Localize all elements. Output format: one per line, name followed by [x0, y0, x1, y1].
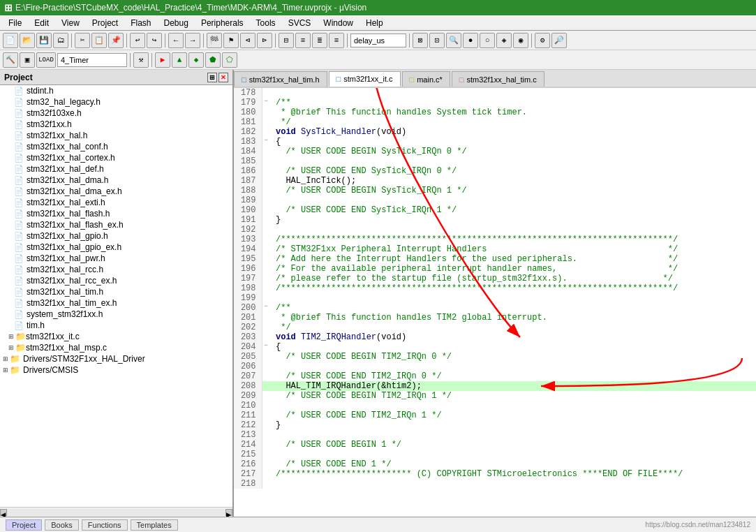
open-btn[interactable]: 📂 [20, 33, 35, 48]
tree-item-18[interactable]: 📄stm32f1xx_hal_tim.h [0, 286, 232, 297]
indent3-btn[interactable]: ≣ [312, 33, 327, 48]
line-number-180: 180 [234, 108, 262, 117]
status-tab-1[interactable]: Books [45, 519, 79, 531]
warn-btn[interactable]: ◉ [513, 33, 528, 48]
paste-btn[interactable]: 📌 [108, 33, 124, 48]
tree-item-2[interactable]: 📄stm32f103xe.h [0, 108, 232, 119]
line-fold-204[interactable]: − [262, 342, 270, 352]
menu-item-flash[interactable]: Flash [125, 17, 156, 29]
tab-1[interactable]: □stm32f1xx_it.c [329, 71, 401, 87]
line-fold-191 [262, 215, 270, 225]
nav-fwd-btn[interactable]: → [185, 33, 200, 48]
menu-item-debug[interactable]: Debug [158, 17, 194, 29]
bookmark3-btn[interactable]: ⊲ [240, 33, 255, 48]
build-btn[interactable]: 🔨 [3, 52, 18, 68]
line-fold-183[interactable]: − [262, 137, 270, 147]
tree-item-24[interactable]: ⊞📁Drivers/STM32F1xx_HAL_Driver [0, 353, 232, 364]
project-dropdown[interactable]: 4_Timer [57, 53, 127, 67]
tree-item-0[interactable]: 📄stdint.h [0, 85, 232, 96]
line-fold-179[interactable]: − [262, 98, 270, 108]
undo-btn[interactable]: ↩ [130, 33, 145, 48]
stop-btn[interactable]: ○ [480, 33, 495, 48]
new-btn[interactable]: 📄 [3, 33, 18, 48]
menu-item-view[interactable]: View [56, 17, 85, 29]
tab-0[interactable]: □stm32f1xx_hal_tim.h [234, 71, 327, 87]
debug-btn2[interactable]: ▲ [172, 52, 187, 68]
menu-item-svcs[interactable]: SVCS [283, 17, 317, 29]
status-tab-0[interactable]: Project [6, 519, 42, 531]
tab-2[interactable]: □main.c* [402, 71, 450, 87]
line-fold-200[interactable]: − [262, 303, 270, 313]
file-icon-19: 📄 [14, 299, 24, 308]
redo-btn[interactable]: ↪ [147, 33, 162, 48]
nav-back-btn[interactable]: ← [168, 33, 184, 48]
line-fold-206 [262, 362, 270, 371]
find-btn[interactable]: 🔍 [446, 33, 461, 48]
build2-btn[interactable]: ▣ [20, 52, 35, 68]
load-btn[interactable]: LOAD [36, 52, 56, 68]
tree-item-6[interactable]: 📄stm32f1xx_hal_cortex.h [0, 152, 232, 163]
tree-item-13[interactable]: 📄stm32f1xx_hal_gpio.h [0, 230, 232, 242]
tree-item-19[interactable]: 📄stm32f1xx_hal_tim_ex.h [0, 297, 232, 309]
indent4-btn[interactable]: ≡ [329, 33, 344, 48]
tree-item-9[interactable]: 📄stm32f1xx_hal_dma_ex.h [0, 186, 232, 197]
menu-item-file[interactable]: File [3, 17, 27, 29]
menu-item-peripherals[interactable]: Peripherals [195, 17, 249, 29]
sidebar-pin-btn[interactable]: ⊞ [207, 73, 217, 82]
save-all-btn[interactable]: 🗂 [53, 33, 68, 48]
status-tab-2[interactable]: Functions [82, 519, 128, 531]
tree-item-1[interactable]: 📄stm32_hal_legacy.h [0, 96, 232, 108]
error-btn[interactable]: ◈ [496, 33, 512, 48]
tree-item-15[interactable]: 📄stm32f1xx_hal_pwr.h [0, 253, 232, 264]
tab-3[interactable]: □stm32f1xx_hal_tim.c [452, 71, 544, 87]
debug-btn5[interactable]: ⬠ [222, 52, 237, 68]
sidebar-close-btn[interactable]: ✕ [218, 73, 228, 82]
tree-item-12[interactable]: 📄stm32f1xx_hal_flash_ex.h [0, 219, 232, 230]
indent2-btn[interactable]: ≡ [295, 33, 311, 48]
copy-btn[interactable]: 📋 [91, 33, 107, 48]
zoom-btn[interactable]: 🔎 [551, 33, 567, 48]
menu-item-window[interactable]: Window [318, 17, 359, 29]
debug-btn1[interactable]: ▶ [155, 52, 170, 68]
menu-item-project[interactable]: Project [87, 17, 124, 29]
code-editor[interactable]: 178179−/**180 * @brief This function han… [234, 88, 756, 517]
save-btn[interactable]: 💾 [36, 33, 52, 48]
tree-item-10[interactable]: 📄stm32f1xx_hal_exti.h [0, 197, 232, 208]
search-next-btn[interactable]: ⊡ [429, 33, 445, 48]
target-btn[interactable]: ⚒ [133, 52, 149, 68]
tree-item-22[interactable]: ⊞📁stm32f1xx_it.c [0, 331, 232, 342]
tree-item-17[interactable]: 📄stm32f1xx_hal_rcc_ex.h [0, 275, 232, 286]
sidebar-scroll-left[interactable]: ◀ [0, 509, 7, 516]
tree-item-4[interactable]: 📄stm32f1xx_hal.h [0, 130, 232, 141]
bookmark4-btn[interactable]: ⊳ [257, 33, 272, 48]
bookmark2-btn[interactable]: ⚑ [223, 33, 239, 48]
cfg-btn[interactable]: ⚙ [535, 33, 550, 48]
tree-item-25[interactable]: ⊞📁Drivers/CMSIS [0, 364, 232, 376]
tree-item-11[interactable]: 📄stm32f1xx_hal_flash.h [0, 208, 232, 219]
search-dropdown[interactable]: delay_us [350, 34, 406, 47]
status-tab-3[interactable]: Templates [131, 519, 178, 531]
pin-btn[interactable]: ● [463, 33, 478, 48]
tree-item-3[interactable]: 📄stm32f1xx.h [0, 119, 232, 130]
sidebar-scroll-right[interactable]: ▶ [225, 509, 232, 516]
menu-item-help[interactable]: Help [360, 17, 389, 29]
file-icon-3: 📄 [14, 120, 24, 129]
menu-item-tools[interactable]: Tools [251, 17, 281, 29]
tree-item-16[interactable]: 📄stm32f1xx_hal_rcc.h [0, 264, 232, 275]
cut-btn[interactable]: ✂ [75, 33, 90, 48]
bookmark-btn[interactable]: 🏁 [207, 33, 222, 48]
expand-icon-22: ⊞ [8, 333, 14, 340]
search-prev-btn[interactable]: ⊠ [413, 33, 428, 48]
tree-item-23[interactable]: ⊞📁stm32f1xx_hal_msp.c [0, 342, 232, 353]
tree-item-21[interactable]: 📄tim.h [0, 320, 232, 331]
debug-btn4[interactable]: ⬟ [205, 52, 221, 68]
indent-btn[interactable]: ⊟ [279, 33, 294, 48]
tree-item-20[interactable]: 📄system_stm32f1xx.h [0, 309, 232, 320]
menu-item-edit[interactable]: Edit [29, 17, 54, 29]
sep1 [71, 34, 72, 47]
tree-item-8[interactable]: 📄stm32f1xx_hal_dma.h [0, 175, 232, 186]
tree-item-14[interactable]: 📄stm32f1xx_hal_gpio_ex.h [0, 242, 232, 253]
tree-item-7[interactable]: 📄stm32f1xx_hal_def.h [0, 163, 232, 175]
debug-btn3[interactable]: ◆ [188, 52, 204, 68]
tree-item-5[interactable]: 📄stm32f1xx_hal_conf.h [0, 141, 232, 152]
